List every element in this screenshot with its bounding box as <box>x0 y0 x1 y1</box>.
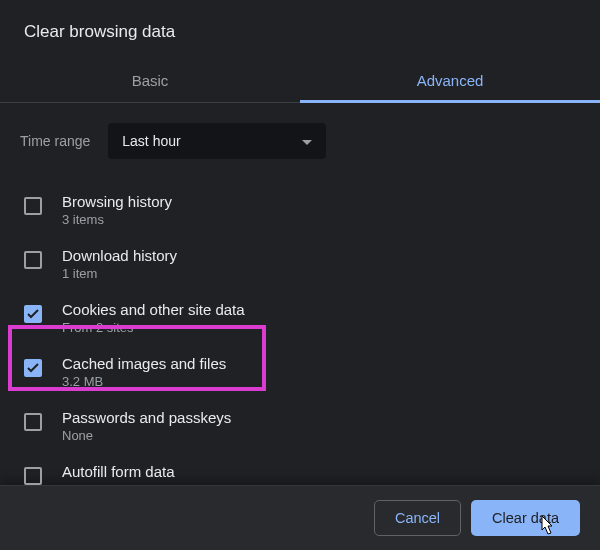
option-title: Download history <box>62 247 177 264</box>
option-cached-images: Cached images and files 3.2 MB <box>20 345 576 399</box>
option-passwords: Passwords and passkeys None <box>20 399 576 453</box>
time-range-select[interactable]: Last hour <box>108 123 326 159</box>
time-range-row: Time range Last hour <box>20 123 576 159</box>
option-title: Browsing history <box>62 193 172 210</box>
option-subtitle: From 2 sites <box>62 320 245 335</box>
dialog-title: Clear browsing data <box>0 0 600 56</box>
option-subtitle: 3.2 MB <box>62 374 226 389</box>
time-range-label: Time range <box>20 133 90 149</box>
checkbox-browsing-history[interactable] <box>24 197 42 215</box>
option-subtitle: None <box>62 428 231 443</box>
time-range-value: Last hour <box>122 133 180 149</box>
option-browsing-history: Browsing history 3 items <box>20 183 576 237</box>
checkbox-autofill[interactable] <box>24 467 42 485</box>
clear-data-button[interactable]: Clear data <box>471 500 580 536</box>
option-title: Passwords and passkeys <box>62 409 231 426</box>
dialog-footer: Cancel Clear data <box>0 485 600 550</box>
tab-bar: Basic Advanced <box>0 62 600 103</box>
tab-basic[interactable]: Basic <box>0 62 300 102</box>
option-autofill: Autofill form data <box>20 453 576 485</box>
checkbox-cookies[interactable] <box>24 305 42 323</box>
dialog-body: Time range Last hour Browsing history 3 … <box>0 103 600 485</box>
option-title: Cookies and other site data <box>62 301 245 318</box>
option-cookies: Cookies and other site data From 2 sites <box>20 291 576 345</box>
clear-browsing-data-dialog: Clear browsing data Basic Advanced Time … <box>0 0 600 550</box>
option-subtitle: 3 items <box>62 212 172 227</box>
tab-advanced[interactable]: Advanced <box>300 62 600 102</box>
cancel-button[interactable]: Cancel <box>374 500 461 536</box>
option-download-history: Download history 1 item <box>20 237 576 291</box>
option-title: Autofill form data <box>62 463 175 480</box>
option-title: Cached images and files <box>62 355 226 372</box>
option-subtitle: 1 item <box>62 266 177 281</box>
checkbox-cached-images[interactable] <box>24 359 42 377</box>
checkbox-passwords[interactable] <box>24 413 42 431</box>
checkbox-download-history[interactable] <box>24 251 42 269</box>
chevron-down-icon <box>302 133 312 149</box>
options-list: Browsing history 3 items Download histor… <box>20 183 576 485</box>
